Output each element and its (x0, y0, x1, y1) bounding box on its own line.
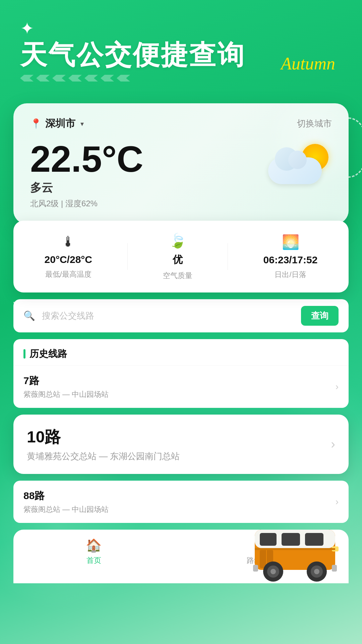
featured-chevron-icon: › (331, 437, 335, 451)
arrow-1 (20, 75, 34, 82)
bottom-navigation: 🏠 首页 📍 路线规划 (13, 530, 349, 583)
arrow-2 (36, 75, 50, 82)
secondary-route-card[interactable]: 88路 紫薇阁总站 — 中山园场站 › (13, 481, 349, 523)
home-label: 首页 (86, 555, 101, 566)
bus-svg (248, 530, 342, 583)
phone-card-area: 📍 深圳市 ▾ 切换城市 22.5°C 多云 北风2级 | 湿度62% 🌡 20… (13, 103, 349, 583)
switch-city-button[interactable]: 切换城市 (297, 118, 332, 129)
svg-point-12 (314, 569, 319, 574)
route-item-7[interactable]: 7路 紫薇阁总站 — 中山园场站 › (13, 365, 349, 408)
stat-air-quality: 🍃 优 空气质量 (163, 232, 192, 281)
sparkle-icon: ✦ (20, 20, 342, 37)
temp-left: 22.5°C 多云 北风2级 | 湿度62% (30, 141, 143, 209)
arrow-4 (68, 75, 82, 82)
location-bar: 📍 深圳市 ▾ 切换城市 (30, 117, 332, 130)
sunrise-sunset-value: 06:23/17:52 (263, 254, 318, 266)
sunrise-sunset-label: 日出/日落 (275, 270, 306, 280)
arrow-7 (117, 75, 130, 82)
search-input[interactable]: 搜索公交线路 (42, 310, 294, 322)
location-name: 深圳市 (45, 117, 75, 130)
weather-card: 📍 深圳市 ▾ 切换城市 22.5°C 多云 北风2级 | 湿度62% (13, 103, 349, 224)
temperature-display: 22.5°C 多云 北风2级 | 湿度62% (30, 141, 332, 209)
arrow-decoration (20, 75, 342, 82)
temp-range-label: 最低/最高温度 (45, 269, 92, 279)
svg-rect-14 (332, 565, 337, 572)
bus-illustration (248, 530, 342, 583)
temperature-value: 22.5°C (30, 141, 143, 177)
secondary-chevron-icon: › (336, 496, 339, 507)
air-quality-label: 空气质量 (163, 271, 192, 281)
stat-temperature: 🌡 20°C/28°C 最低/最高温度 (45, 234, 92, 279)
air-quality-value: 优 (173, 253, 183, 267)
dropdown-icon: ▾ (80, 120, 84, 128)
secondary-route-name: 88路 (23, 489, 109, 503)
thermometer-icon: 🌡 (61, 234, 75, 250)
secondary-route-info: 88路 紫薇阁总站 — 中山园场站 (23, 489, 109, 515)
home-icon: 🏠 (86, 538, 102, 553)
arrow-6 (101, 75, 114, 82)
leaf-icon: 🍃 (169, 232, 186, 249)
stat-sunrise: 🌅 06:23/17:52 日出/日落 (263, 234, 318, 280)
svg-rect-2 (260, 533, 277, 546)
featured-route-info: 10路 黄埔雅苑公交总站 — 东湖公园南门总站 (27, 426, 180, 462)
arrow-5 (84, 75, 98, 82)
search-icon: 🔍 (23, 310, 35, 321)
history-header: 历史线路 (13, 339, 349, 365)
nav-item-home[interactable]: 🏠 首页 (86, 538, 102, 580)
svg-rect-4 (305, 533, 323, 546)
sunrise-icon: 🌅 (282, 234, 299, 250)
temp-range-value: 20°C/28°C (45, 254, 92, 265)
route-7-name: 7路 (23, 374, 109, 388)
weather-detail: 北风2级 | 湿度62% (30, 198, 143, 209)
svg-rect-13 (253, 565, 258, 572)
location-left[interactable]: 📍 深圳市 ▾ (30, 117, 84, 130)
history-bar-indicator (23, 349, 25, 359)
cloud-icon (268, 157, 322, 184)
route-7-info: 7路 紫薇阁总站 — 中山园场站 (23, 374, 109, 399)
history-title: 历史线路 (29, 347, 67, 360)
header-section: ✦ 天气公交便捷查询 Autumn (0, 0, 362, 93)
featured-route-card[interactable]: 10路 黄埔雅苑公交总站 — 东湖公园南门总站 › (13, 415, 349, 474)
history-section: 历史线路 7路 紫薇阁总站 — 中山园场站 › (13, 339, 349, 408)
stat-divider-2 (228, 243, 228, 270)
search-section: 🔍 搜索公交线路 查询 (13, 299, 349, 332)
autumn-label: Autumn (281, 54, 335, 73)
svg-rect-3 (282, 533, 300, 546)
chevron-right-icon: › (336, 381, 339, 392)
weather-condition: 多云 (30, 180, 143, 196)
featured-route-detail: 黄埔雅苑公交总站 — 东湖公园南门总站 (27, 450, 180, 462)
location-icon: 📍 (30, 118, 42, 129)
svg-point-9 (270, 569, 276, 574)
route-7-detail: 紫薇阁总站 — 中山园场站 (23, 389, 109, 399)
arrow-3 (52, 75, 66, 82)
weather-icon (265, 141, 332, 191)
search-button[interactable]: 查询 (301, 306, 339, 326)
stats-card: 🌡 20°C/28°C 最低/最高温度 🍃 优 空气质量 🌅 06:23/17:… (13, 221, 349, 292)
svg-rect-16 (255, 548, 335, 550)
featured-route-name: 10路 (27, 426, 180, 448)
secondary-route-detail: 紫薇阁总站 — 中山园场站 (23, 504, 109, 515)
stat-divider-1 (127, 243, 128, 270)
